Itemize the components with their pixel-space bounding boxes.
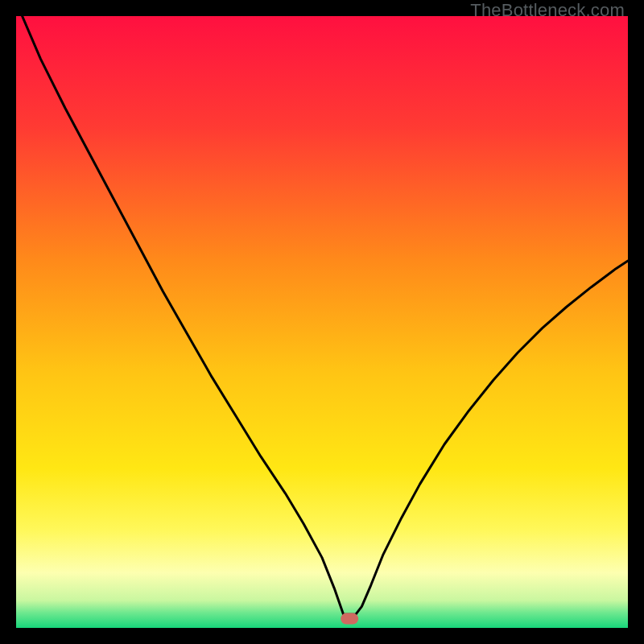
bottleneck-chart: [16, 16, 628, 628]
gradient-background: [16, 16, 628, 628]
chart-frame: TheBottleneck.com: [0, 0, 644, 644]
optimal-point-marker: [341, 613, 358, 625]
